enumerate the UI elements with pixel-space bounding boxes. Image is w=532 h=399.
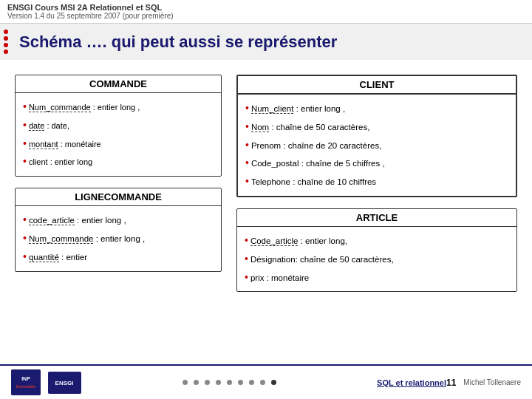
article-codearticle: Code_article	[250, 236, 299, 246]
ligne-codearticle: code_article	[29, 216, 75, 225]
lignecommande-body: • code_article : entier long , • Num_com…	[16, 206, 221, 270]
author-name: Michel Tollenaere	[463, 378, 521, 386]
article-attr-3-text: prix : monétaire	[250, 271, 309, 286]
svg-text:ENSGI: ENSGI	[55, 380, 74, 386]
article-attr-1-text: Code_article : entier long,	[250, 234, 347, 249]
slide-title: Schéma …. qui peut aussi se représenter	[19, 33, 337, 52]
client-attr-3: • Prenom : chaîne de 20 caractères,	[245, 137, 508, 154]
article-body: • Code_article : entier long, • Désignat…	[237, 227, 516, 291]
svg-text:Grenoble: Grenoble	[16, 384, 36, 389]
ligne-numcommande: Num_commande	[29, 234, 94, 244]
commande-attr-4: • client : entier long	[23, 153, 214, 171]
article-attr-2-text: Désignation: chaîne de 50 caractères,	[250, 253, 394, 267]
nav-dot-2	[194, 380, 199, 385]
bullet-1	[4, 30, 8, 34]
nav-dot-6	[238, 380, 243, 385]
article-attr-2: • Désignation: chaîne de 50 caractères,	[245, 250, 509, 268]
page-number: 11	[446, 378, 456, 388]
client-body: • Num_client : entier long , • Nom : cha…	[238, 95, 516, 196]
inp-logo: INP Grenoble	[11, 369, 41, 395]
course-subtitle: Version 1.4 du 25 septembre 2007 (pour p…	[7, 12, 525, 20]
nav-dot-5	[227, 380, 232, 385]
header: ENSGI Cours MSI 2A Relationnel et SQL Ve…	[0, 0, 532, 24]
ligne-attr-2: • Num_commande : entier long ,	[23, 230, 214, 248]
diagram-area: COMMANDE • Num_commande : entier long , …	[7, 64, 525, 303]
main-content: COMMANDE • Num_commande : entier long , …	[0, 64, 532, 303]
article-entity: ARTICLE • Code_article : entier long, • …	[236, 208, 517, 292]
left-column: COMMANDE • Num_commande : entier long , …	[15, 75, 222, 292]
commande-entity: COMMANDE • Num_commande : entier long , …	[15, 75, 222, 177]
client-entity: CLIENT • Num_client : entier long , • No…	[236, 75, 517, 197]
commande-attr-3: • montant : monétaire	[23, 135, 214, 153]
client-title: CLIENT	[238, 76, 516, 95]
commande-montant: montant	[29, 140, 58, 149]
bullet-3	[4, 43, 8, 47]
commande-date: date	[29, 121, 44, 131]
bullet-4	[4, 50, 8, 54]
nav-dot-8	[260, 380, 265, 385]
article-attr-3: • prix : monétaire	[245, 269, 509, 287]
slide-bullets	[0, 30, 8, 54]
article-attr-1: • Code_article : entier long,	[245, 232, 509, 250]
client-attr-1-text: Num_client : entier long ,	[251, 102, 345, 117]
footer-nav	[81, 380, 377, 385]
client-attr-1: • Num_client : entier long ,	[245, 100, 508, 117]
bullet-2	[4, 36, 8, 41]
ligne-attr-3: • quantité : entier	[23, 248, 214, 266]
ligne-attr-1-text: code_article : entier long ,	[29, 214, 126, 228]
nav-dot-1	[183, 380, 188, 385]
client-attr-4-text: Code_postal : chaîne de 5 chiffres ,	[251, 157, 385, 171]
client-attr-4: • Code_postal : chaîne de 5 chiffres ,	[245, 154, 508, 172]
client-attr-5-text: Telephone : chaîne de 10 chiffres	[251, 175, 376, 190]
commande-numcommande: Num_commande	[29, 103, 91, 112]
slide-header: Schéma …. qui peut aussi se représenter	[0, 24, 532, 60]
svg-rect-0	[11, 369, 41, 395]
nav-dot-3	[205, 380, 210, 385]
nav-dot-7	[249, 380, 254, 385]
commande-attr-2-text: date : date,	[29, 119, 69, 133]
ligne-attr-2-text: Num_commande : entier long ,	[29, 232, 145, 247]
article-title: ARTICLE	[237, 209, 516, 227]
footer-link[interactable]: SQL et relationnel	[377, 378, 446, 387]
ligne-attr-1: • code_article : entier long ,	[23, 211, 214, 229]
right-column: CLIENT • Num_client : entier long , • No…	[236, 75, 517, 292]
commande-body: • Num_commande : entier long , • date : …	[16, 93, 221, 176]
nav-dot-4	[216, 380, 221, 385]
client-attr-5: • Telephone : chaîne de 10 chiffres	[245, 173, 508, 191]
commande-attr-1-text: Num_commande : entier long ,	[29, 100, 140, 115]
ligne-quantite: quantité	[29, 253, 59, 262]
commande-attr-3-text: montant : monétaire	[29, 137, 101, 151]
client-attr-3-text: Prenom : chaîne de 20 caractères,	[251, 139, 381, 154]
course-title: ENSGI Cours MSI 2A Relationnel et SQL	[7, 3, 525, 12]
commande-attr-4-text: client : entier long	[29, 155, 92, 169]
footer: INP Grenoble ENSGI SQL et relationnel 11…	[0, 364, 532, 399]
client-numclient: Num_client	[251, 104, 294, 114]
ensgi-logo: ENSGI	[48, 372, 81, 394]
ligne-attr-3-text: quantité : entier	[29, 250, 87, 265]
client-attr-2-text: Nom : chaîne de 50 caractères,	[251, 120, 369, 135]
client-nom: Nom	[251, 123, 269, 132]
footer-logos: INP Grenoble ENSGI	[11, 369, 81, 395]
lignecommande-entity: LIGNECOMMANDE • code_article : entier lo…	[15, 188, 222, 271]
commande-attr-2: • date : date,	[23, 117, 214, 134]
client-attr-2: • Nom : chaîne de 50 caractères,	[245, 118, 508, 136]
nav-dot-9	[271, 380, 276, 385]
commande-attr-1: • Num_commande : entier long ,	[23, 98, 214, 116]
svg-text:INP: INP	[21, 376, 30, 381]
commande-title: COMMANDE	[16, 75, 221, 93]
lignecommande-title: LIGNECOMMANDE	[16, 188, 221, 206]
